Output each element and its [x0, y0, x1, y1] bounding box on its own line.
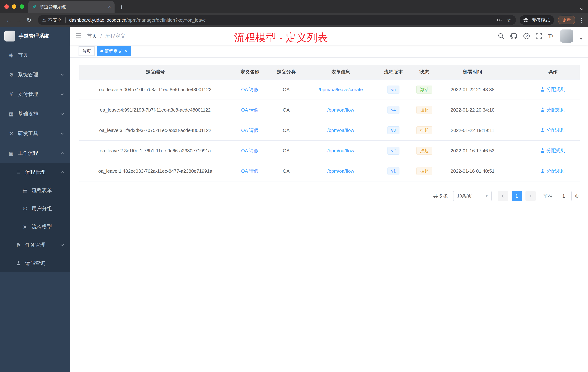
tag-close-icon[interactable]: ×: [125, 48, 127, 54]
security-label[interactable]: 不安全: [48, 17, 62, 23]
definition-category: OA: [268, 79, 304, 100]
deploy-time: 2022-01-22 19:19:11: [439, 120, 506, 141]
sidebar-item-process-form[interactable]: ▤ 流程表单: [0, 181, 70, 199]
assign-rule-button[interactable]: 分配规则: [540, 127, 566, 133]
sidebar-item-home[interactable]: ◉ 首页: [0, 45, 70, 65]
form-info-link[interactable]: /bpm/oa/flow: [327, 128, 354, 133]
definition-name-link[interactable]: OA 请假: [241, 128, 258, 133]
definition-name-link[interactable]: OA 请假: [241, 107, 258, 113]
definition-name-link[interactable]: OA 请假: [241, 148, 258, 153]
window-close-button[interactable]: [4, 4, 9, 9]
browser-tab[interactable]: 芋道管理系统 ×: [28, 1, 115, 13]
col-version: 流程版本: [377, 65, 410, 79]
font-size-icon[interactable]: TT: [548, 33, 554, 39]
sidebar-item-system[interactable]: ⚙ 系统管理: [0, 65, 70, 85]
page-size-select[interactable]: 10条/页 ▾: [453, 191, 492, 201]
assign-rule-button[interactable]: 分配规则: [540, 86, 566, 93]
definition-category: OA: [268, 161, 304, 181]
tag-home[interactable]: 首页: [79, 46, 94, 56]
prev-page-button[interactable]: [498, 191, 508, 201]
chevron-down-icon: [61, 243, 64, 246]
sidebar-item-process-manage[interactable]: ≣ 流程管理: [0, 163, 70, 181]
key-icon[interactable]: [496, 17, 502, 23]
status-badge: 挂起: [416, 106, 432, 114]
goto-page-input[interactable]: [556, 191, 572, 201]
sidebar-item-user-group[interactable]: ⚇ 用户分组: [0, 199, 70, 218]
form-info-link[interactable]: /bpm/oa/leave/create: [319, 87, 363, 92]
logo-avatar: [4, 31, 15, 42]
col-definition-name: 定义名称: [232, 65, 268, 79]
url-host: dashboard.yudao.iocoder.cn: [69, 17, 126, 23]
hamburger-icon[interactable]: ☰: [76, 32, 82, 40]
tab-strip: 芋道管理系统 × +: [0, 0, 588, 13]
infrastructure-icon: ▦: [7, 111, 15, 117]
definition-id: oa_leave:5:004b710b-7b8a-11ec-8ef0-acde4…: [79, 79, 232, 100]
form-info-link[interactable]: /bpm/oa/flow: [327, 168, 354, 174]
window-zoom-button[interactable]: [20, 4, 24, 9]
workflow-icon: ▣: [7, 150, 15, 156]
deploy-time: 2022-01-16 17:46:53: [439, 141, 506, 161]
browser-menu-icon[interactable]: ⋮: [579, 17, 584, 23]
breadcrumb-home[interactable]: 首页: [87, 33, 97, 40]
page-number-button[interactable]: 1: [512, 191, 522, 201]
chevron-down-icon[interactable]: ▾: [580, 36, 582, 41]
sidebar-item-workflow[interactable]: ▣ 工作流程: [0, 143, 70, 163]
update-button[interactable]: 更新: [558, 16, 575, 24]
chevron-up-icon: [61, 171, 64, 174]
incognito-icon: [523, 17, 529, 23]
assign-rule-button[interactable]: 分配规则: [540, 107, 566, 113]
window-minimize-button[interactable]: [12, 4, 16, 9]
chevron-down-icon: [61, 92, 64, 95]
tab-title: 芋道管理系统: [40, 4, 105, 10]
deploy-time: 2022-01-16 01:40:51: [439, 161, 506, 181]
form-info-link[interactable]: /bpm/oa/flow: [327, 107, 354, 113]
fullscreen-icon[interactable]: [536, 33, 542, 39]
form-info-link[interactable]: /bpm/oa/flow: [327, 148, 354, 153]
definition-name-link[interactable]: OA 请假: [241, 168, 258, 174]
sidebar-item-payment[interactable]: ¥ 支付管理: [0, 85, 70, 104]
github-icon[interactable]: [510, 33, 517, 40]
definition-id: oa_leave:4:991f2193-7b7f-11ec-a3c8-acde4…: [79, 100, 232, 120]
definition-id: oa_leave:3:1fad3d93-7b75-11ec-a3c8-acde4…: [79, 120, 232, 141]
main-panel: 流程模型 - 定义列表 ☰ 首页 / 流程定义 ?: [70, 27, 588, 372]
tab-search-icon[interactable]: [581, 4, 583, 11]
page-content: 定义编号 定义名称 定义分类 表单信息 流程版本 状态 部署时间 操作: [70, 57, 588, 372]
definition-name-link[interactable]: OA 请假: [241, 87, 258, 92]
version-badge: v2: [388, 147, 399, 155]
search-icon[interactable]: [498, 33, 504, 39]
version-badge: v4: [388, 106, 399, 114]
spacer-cell: [506, 141, 526, 161]
sidebar-item-process-model[interactable]: ➤ 流程模型: [0, 218, 70, 236]
bookmark-star-icon[interactable]: ☆: [507, 17, 512, 23]
spacer-cell: [506, 100, 526, 120]
assign-rule-button[interactable]: 分配规则: [540, 147, 566, 154]
window-controls: [4, 4, 24, 9]
table-header-row: 定义编号 定义名称 定义分类 表单信息 流程版本 状态 部署时间 操作: [79, 65, 580, 79]
sidebar-item-devtools[interactable]: ⚒ 研发工具: [0, 124, 70, 143]
version-badge: v3: [388, 126, 399, 134]
dashboard-icon: ◉: [7, 52, 15, 58]
flag-icon: ⚑: [15, 242, 22, 248]
back-button[interactable]: ←: [4, 17, 14, 23]
next-page-button[interactable]: [525, 191, 536, 201]
sidebar-item-infrastructure[interactable]: ▦ 基础设施: [0, 104, 70, 124]
avatar[interactable]: [560, 30, 573, 43]
browser-window: 芋道管理系统 × + ← → ↻ ⚠ 不安全 dashboard.yudao.i…: [0, 0, 588, 372]
assign-rule-button[interactable]: 分配规则: [540, 168, 566, 174]
sidebar-item-leave-query[interactable]: 请假查询: [0, 254, 70, 272]
new-tab-button[interactable]: +: [120, 3, 124, 11]
app-root: 芋道管理系统 ◉ 首页 ⚙ 系统管理 ¥ 支付管理 ▦: [0, 27, 588, 372]
tab-close-icon[interactable]: ×: [108, 4, 111, 10]
forward-button[interactable]: →: [14, 17, 24, 23]
help-icon[interactable]: ?: [524, 33, 530, 39]
reload-button[interactable]: ↻: [24, 17, 34, 23]
app-logo[interactable]: 芋道管理系统: [0, 27, 70, 45]
breadcrumb-current: 流程定义: [105, 33, 126, 40]
address-bar[interactable]: ⚠ 不安全 dashboard.yudao.iocoder.cn/bpm/man…: [38, 15, 516, 25]
sidebar-item-task-manage[interactable]: ⚑ 任务管理: [0, 236, 70, 254]
col-operation: 操作: [526, 65, 580, 79]
chevron-up-icon: [61, 152, 64, 155]
navbar-actions: ? TT ▾: [498, 30, 582, 43]
person-icon: [540, 87, 545, 92]
tag-process-definition[interactable]: 流程定义 ×: [97, 46, 131, 56]
